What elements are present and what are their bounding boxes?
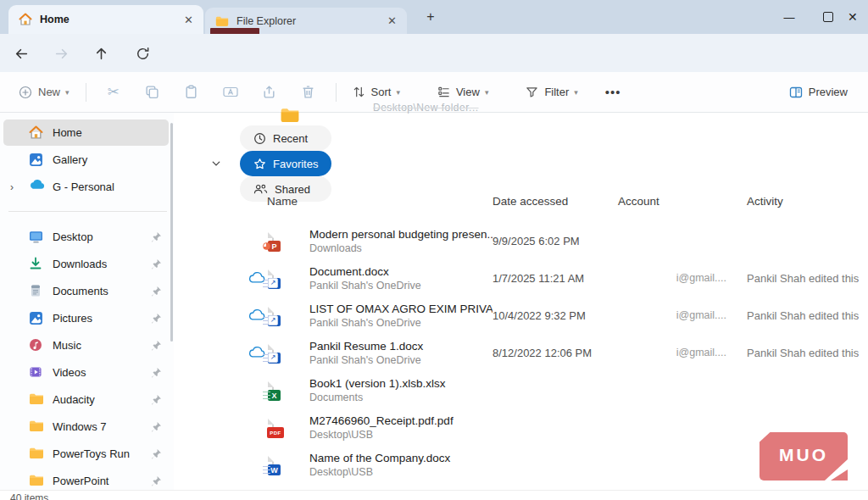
toolbar-divider: [86, 83, 86, 102]
pin-icon[interactable]: [150, 286, 162, 297]
sidebar-item-pictures[interactable]: › Pictures: [3, 305, 169, 331]
sidebar-item-home[interactable]: › Home: [3, 119, 169, 146]
home-icon: [29, 125, 44, 141]
date-accessed: 9/9/2025 6:02 PM: [492, 235, 618, 247]
copy-button[interactable]: [133, 78, 172, 107]
file-name: Book1 (version 1).xlsb.xlsx: [309, 377, 492, 390]
sidebar-item-label: Videos: [53, 366, 150, 379]
muo-watermark-label: MUO: [760, 432, 848, 481]
file-name: Document.docx: [309, 265, 492, 278]
sidebar-item-label: PowerToys Run: [53, 447, 150, 460]
folder-icon: [29, 392, 44, 408]
column-header-date-accessed[interactable]: Date accessed: [492, 195, 618, 208]
file-row[interactable]: W ↗ Pankil Resume 1.docx Pankil Shah's O…: [174, 334, 868, 371]
file-icon: W ↗: [272, 307, 274, 323]
pin-icon[interactable]: [150, 421, 162, 433]
file-location: Downloads: [309, 242, 492, 254]
sidebar-item-label: Home: [53, 126, 162, 139]
section-filter-bar: Recent Favorites Shared: [174, 151, 868, 176]
refresh-button[interactable]: [133, 44, 152, 63]
clock-icon: [253, 132, 266, 145]
sort-icon: [353, 86, 365, 98]
shortcut-arrow-icon: ↗: [268, 315, 278, 325]
forward-button[interactable]: [52, 44, 70, 63]
share-button[interactable]: [250, 78, 289, 107]
preview-toggle[interactable]: Preview: [781, 78, 856, 107]
sidebar-item-windows-7[interactable]: › Windows 7: [3, 414, 169, 440]
sidebar-item-music[interactable]: › Music: [3, 332, 169, 358]
file-icon: W ↗: [272, 269, 274, 286]
column-header-activity[interactable]: Activity: [747, 195, 868, 208]
sidebar-scrollbar[interactable]: [170, 123, 173, 342]
copy-icon: [145, 85, 159, 99]
sidebar-item-label: Pictures: [53, 312, 150, 325]
file-name: LIST OF OMAX AGRO EXIM PRIVAT...: [309, 303, 492, 315]
tab-label: File Explorer: [236, 15, 387, 27]
pin-icon[interactable]: [150, 367, 162, 379]
folder-tab-icon: [215, 15, 229, 26]
sidebar-item-desktop[interactable]: › Desktop: [3, 224, 169, 250]
pin-icon[interactable]: [150, 340, 162, 352]
file-row[interactable]: W ↗ LIST OF OMAX AGRO EXIM PRIVAT... Pan…: [174, 297, 868, 334]
sidebar-item-g-personal[interactable]: › G - Personal: [3, 174, 169, 200]
file-row[interactable]: P ↗ Modern personal budgeting presen... …: [174, 222, 868, 259]
folder-icon: [29, 419, 44, 435]
rename-button[interactable]: [211, 78, 250, 107]
file-icon: W ↗: [272, 344, 274, 360]
close-button[interactable]: ✕: [848, 0, 868, 34]
sidebar-item-label: Windows 7: [53, 420, 150, 433]
sidebar-item-videos[interactable]: › Videos: [3, 359, 169, 386]
file-row[interactable]: W ↗ Document.docx Pankil Shah's OneDrive…: [174, 259, 868, 297]
file-location: Desktop\USB: [309, 466, 492, 478]
section-pill-recent[interactable]: Recent: [240, 125, 331, 151]
back-button[interactable]: [12, 44, 31, 63]
file-name: Name of the Company.docx: [309, 452, 492, 464]
tab-home[interactable]: Home ✕: [8, 5, 203, 34]
file-row[interactable]: X ↗ Book1 (version 1).xlsb.xlsx Document…: [174, 371, 868, 408]
sidebar-item-documents[interactable]: › Documents: [3, 278, 169, 304]
sidebar-item-audacity[interactable]: › Audacity: [3, 386, 169, 413]
column-header-name[interactable]: Name: [267, 195, 492, 208]
account: i@gmail....: [618, 309, 747, 321]
minimize-button[interactable]: —: [770, 0, 809, 34]
cut-button[interactable]: ✂: [94, 78, 133, 107]
file-location: Pankil Shah's OneDrive: [309, 280, 492, 292]
new-button[interactable]: New▾: [10, 78, 78, 107]
file-location: Pankil Shah's OneDrive: [309, 317, 492, 329]
new-tab-button[interactable]: +: [422, 8, 439, 25]
clipped-row-location: Desktop\New folder...: [373, 102, 479, 114]
activity: Pankil Shah edited this: [747, 309, 868, 322]
section-pill-favorites[interactable]: Favorites: [240, 151, 331, 176]
folder-icon: [29, 447, 44, 462]
sidebar-item-downloads[interactable]: › Downloads: [3, 251, 169, 277]
sidebar-item-label: Music: [53, 339, 150, 352]
column-header-account[interactable]: Account: [618, 195, 747, 208]
chevron-right-icon[interactable]: ›: [10, 181, 14, 193]
pin-icon[interactable]: [150, 448, 162, 460]
pin-icon[interactable]: [150, 394, 162, 406]
pin-icon[interactable]: [150, 258, 162, 270]
paste-button[interactable]: [172, 78, 211, 107]
pin-icon[interactable]: [150, 231, 162, 243]
account: i@gmail....: [618, 272, 747, 284]
sidebar-item-gallery[interactable]: › Gallery: [3, 147, 169, 173]
delete-button[interactable]: [289, 78, 328, 107]
muo-watermark: MUO: [760, 432, 848, 481]
sidebar-item-label: Desktop: [53, 231, 150, 243]
collapse-chevron-icon[interactable]: [211, 158, 230, 169]
item-count: 40 items: [10, 492, 48, 500]
sidebar-item-powertoys-run[interactable]: › PowerToys Run: [3, 441, 169, 467]
pin-icon[interactable]: [150, 313, 162, 325]
home-tab-icon: [19, 13, 32, 26]
filter-button[interactable]: Filter▾: [517, 78, 586, 107]
maximize-button[interactable]: [809, 0, 848, 34]
sidebar-item-label: Audacity: [53, 393, 150, 406]
account: i@gmail....: [618, 347, 747, 358]
sidebar-item-label: Downloads: [53, 258, 150, 270]
file-icon: W ↗: [272, 456, 274, 472]
tab-close-icon[interactable]: ✕: [387, 14, 397, 27]
more-options-button[interactable]: •••: [598, 85, 628, 99]
tab-close-icon[interactable]: ✕: [184, 14, 193, 26]
up-button[interactable]: [92, 44, 110, 63]
pin-icon[interactable]: [150, 475, 162, 487]
